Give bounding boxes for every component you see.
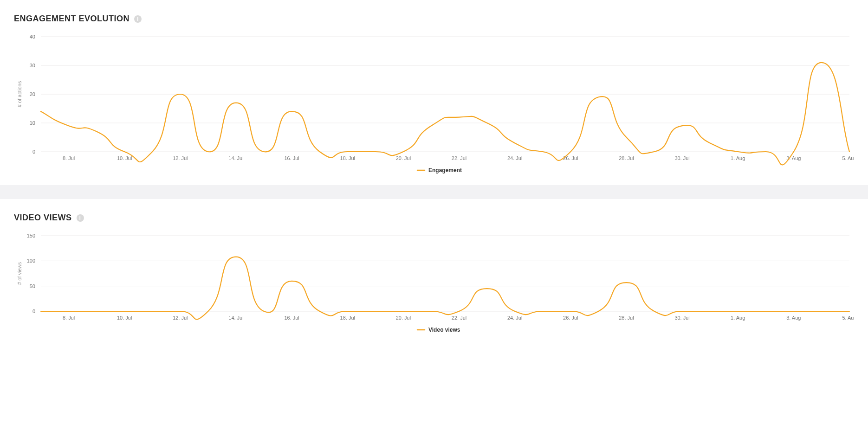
svg-text:18. Jul: 18. Jul <box>340 315 355 321</box>
svg-text:0: 0 <box>32 149 35 154</box>
svg-text:26. Jul: 26. Jul <box>563 315 578 321</box>
video-chart: 0501001508. Jul10. Jul12. Jul14. Jul16. … <box>14 231 854 335</box>
video-title-row: VIDEO VIEWS i <box>14 213 854 223</box>
svg-text:30. Jul: 30. Jul <box>674 155 689 161</box>
svg-text:3. Aug: 3. Aug <box>786 155 801 161</box>
svg-text:28. Jul: 28. Jul <box>619 315 634 321</box>
svg-text:Engagement: Engagement <box>428 167 462 173</box>
info-icon[interactable]: i <box>77 214 84 222</box>
svg-text:30. Jul: 30. Jul <box>674 315 689 321</box>
svg-text:8. Jul: 8. Jul <box>63 155 75 161</box>
svg-text:16. Jul: 16. Jul <box>284 315 299 321</box>
engagement-chart: 0102030408. Jul10. Jul12. Jul14. Jul16. … <box>14 32 854 176</box>
svg-text:22. Jul: 22. Jul <box>452 315 466 321</box>
svg-text:5. Aug: 5. Aug <box>842 315 854 321</box>
svg-text:5. Aug: 5. Aug <box>842 155 854 161</box>
svg-text:40: 40 <box>30 34 35 39</box>
svg-text:# of views: # of views <box>17 262 22 285</box>
svg-text:1. Aug: 1. Aug <box>731 315 745 321</box>
svg-text:1. Aug: 1. Aug <box>731 155 745 161</box>
svg-text:24. Jul: 24. Jul <box>507 315 522 321</box>
svg-text:10: 10 <box>30 120 35 126</box>
svg-text:18. Jul: 18. Jul <box>340 155 355 161</box>
svg-text:8. Jul: 8. Jul <box>63 315 75 321</box>
svg-text:16. Jul: 16. Jul <box>284 155 299 161</box>
engagement-title: ENGAGEMENT EVOLUTION <box>14 14 130 24</box>
svg-text:0: 0 <box>32 308 35 314</box>
svg-text:22. Jul: 22. Jul <box>452 155 466 161</box>
svg-text:14. Jul: 14. Jul <box>228 315 243 321</box>
video-panel: VIDEO VIEWS i 0501001508. Jul10. Jul12. … <box>0 199 868 345</box>
series-line <box>41 63 849 165</box>
svg-text:150: 150 <box>27 233 35 238</box>
svg-text:50: 50 <box>30 283 35 289</box>
svg-text:28. Jul: 28. Jul <box>619 155 634 161</box>
info-icon[interactable]: i <box>134 15 142 23</box>
panel-divider <box>0 185 868 199</box>
series-line <box>41 257 849 320</box>
svg-text:24. Jul: 24. Jul <box>507 155 522 161</box>
svg-text:20: 20 <box>30 91 35 97</box>
svg-text:10. Jul: 10. Jul <box>117 315 132 321</box>
svg-text:14. Jul: 14. Jul <box>228 155 243 161</box>
svg-text:100: 100 <box>27 258 35 263</box>
svg-text:Video views: Video views <box>428 327 460 333</box>
svg-text:30: 30 <box>30 63 35 68</box>
svg-text:12. Jul: 12. Jul <box>173 315 188 321</box>
video-title: VIDEO VIEWS <box>14 213 72 223</box>
svg-text:# of actions: # of actions <box>17 81 22 107</box>
svg-text:12. Jul: 12. Jul <box>173 155 188 161</box>
svg-text:20. Jul: 20. Jul <box>396 155 411 161</box>
svg-text:10. Jul: 10. Jul <box>117 155 132 161</box>
svg-text:20. Jul: 20. Jul <box>396 315 411 321</box>
chart-legend[interactable]: Video views <box>417 327 460 333</box>
chart-legend[interactable]: Engagement <box>417 167 462 173</box>
engagement-title-row: ENGAGEMENT EVOLUTION i <box>14 14 854 24</box>
engagement-panel: ENGAGEMENT EVOLUTION i 0102030408. Jul10… <box>0 0 868 185</box>
svg-text:3. Aug: 3. Aug <box>786 315 801 321</box>
